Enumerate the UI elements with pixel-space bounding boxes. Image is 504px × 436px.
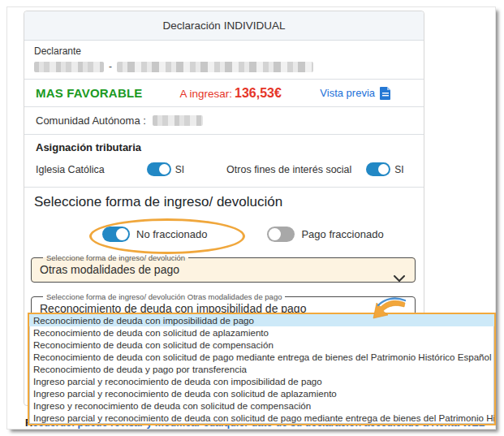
payment-heading: Seleccione forma de ingreso/ devolución	[34, 194, 424, 210]
otros-fines-toggle-knob	[378, 164, 389, 175]
modalidad-pago-option-list: Reconocimiento de deuda con imposibilida…	[28, 313, 496, 425]
iglesia-toggle-knob	[159, 164, 170, 175]
pago-fraccionado-group: Pago fraccionado	[267, 227, 383, 242]
card-title: Declaración INDIVIDUAL	[163, 19, 286, 32]
otros-fines-toggle[interactable]	[366, 162, 390, 176]
vista-previa-link[interactable]: Vista previa	[320, 87, 391, 100]
page-panel: Recuerde: puede revisar y modificar cual…	[6, 6, 496, 430]
forma-ingreso-select[interactable]: Seleccione forma de ingreso/ devolución …	[31, 253, 416, 283]
option-item[interactable]: Reconocimiento de deuda con solicitud de…	[29, 326, 494, 339]
iglesia-toggle[interactable]	[147, 162, 171, 176]
iglesia-label: Iglesia Católica	[36, 164, 105, 175]
amount-label: A ingresar:	[180, 88, 233, 100]
comunidad-label: Comunidad Autónoma :	[36, 114, 146, 127]
result-row: MAS FAVORABLE A ingresar:136,53€ Vista p…	[24, 80, 424, 107]
forma-ingreso-select-legend: Seleccione forma de ingreso/ devolución	[43, 253, 188, 262]
vista-previa-label: Vista previa	[320, 87, 375, 99]
pago-fraccionado-toggle[interactable]	[267, 227, 295, 242]
otros-fines-value: SI	[394, 164, 403, 175]
no-fraccionado-toggle[interactable]	[102, 227, 130, 242]
otros-fines-label: Otros fines de interés social	[226, 164, 351, 175]
declarante-row: Declarante -	[24, 41, 424, 80]
option-item[interactable]: Ingreso y reconocimiento de deuda con so…	[29, 399, 494, 412]
option-item[interactable]: Ingreso parcial y reconocimiento de deud…	[29, 387, 494, 399]
status-badge: MAS FAVORABLE	[36, 86, 143, 100]
amount-due: A ingresar:136,53€	[180, 86, 282, 101]
redacted-comunidad-value	[153, 115, 203, 126]
no-fraccionado-label: No fraccionado	[136, 228, 207, 240]
chevron-down-icon	[394, 275, 405, 283]
no-fraccionado-knob	[116, 228, 128, 240]
payment-toggles: No fraccionado Pago fraccionado	[102, 227, 424, 242]
screenshot-root: Recuerde: puede revisar y modificar cual…	[0, 0, 504, 436]
option-item[interactable]: Reconocimiento de deuda con solicitud de…	[29, 339, 494, 351]
card-header: Declaración INDIVIDUAL	[24, 11, 424, 41]
redacted-declarante-name	[117, 62, 313, 72]
pago-fraccionado-knob	[269, 228, 281, 240]
option-item[interactable]: Ingreso parcial y reconocimiento de deud…	[29, 412, 494, 424]
modalidad-pago-select-legend: Seleccione forma de ingreso/ devolución …	[43, 292, 285, 301]
forma-ingreso-select-value: Otras modalidades de pago	[40, 263, 407, 276]
asignacion-heading: Asignación tributaria	[36, 141, 412, 153]
redacted-declarante-nif	[34, 62, 104, 72]
asignacion-section: Asignación tributaria Iglesia Católica S…	[24, 135, 424, 188]
iglesia-value: SI	[175, 164, 184, 175]
pdf-preview-icon	[380, 87, 391, 100]
option-item[interactable]: Reconocimiento de deuda con imposibilida…	[29, 314, 494, 326]
pago-fraccionado-label: Pago fraccionado	[301, 228, 383, 240]
option-item[interactable]: Ingreso parcial y reconocimiento de deud…	[29, 375, 494, 387]
declarante-identity: -	[34, 61, 414, 72]
option-item[interactable]: Reconocimiento de deuda con solicitud de…	[29, 351, 494, 363]
comunidad-row: Comunidad Autónoma :	[24, 107, 424, 135]
payment-section: Seleccione forma de ingreso/ devolución …	[24, 188, 424, 322]
asignacion-toggles: Iglesia Católica SI Otros fines de inter…	[36, 162, 412, 176]
option-item[interactable]: Reconocimiento de deuda y pago por trans…	[29, 363, 494, 375]
amount-value: 136,53€	[235, 86, 282, 100]
declarante-separator: -	[109, 61, 112, 72]
declarante-label: Declarante	[34, 45, 414, 57]
